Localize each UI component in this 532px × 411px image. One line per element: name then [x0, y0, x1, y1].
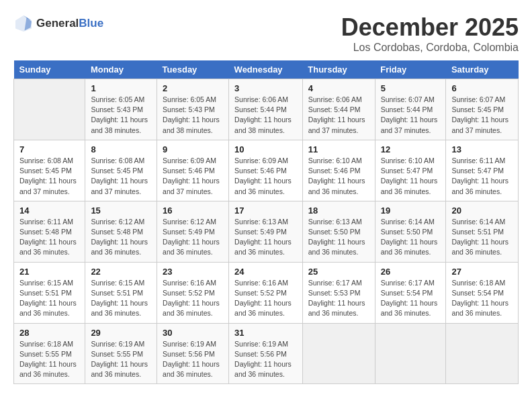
weekday-friday: Friday: [375, 60, 446, 79]
title-section: December 2025 Los Cordobas, Cordoba, Col…: [341, 13, 519, 54]
weekday-monday: Monday: [85, 60, 157, 79]
logo: GeneralBlue: [13, 13, 103, 34]
day-info: Sunrise: 6:12 AMSunset: 5:49 PMDaylight:…: [163, 217, 223, 258]
day-number: 9: [163, 144, 223, 154]
table-row: [446, 323, 519, 384]
day-number: 4: [308, 83, 369, 93]
day-info: Sunrise: 6:17 AMSunset: 5:53 PMDaylight:…: [308, 278, 369, 319]
day-info: Sunrise: 6:16 AMSunset: 5:52 PMDaylight:…: [234, 278, 297, 319]
day-info: Sunrise: 6:08 AMSunset: 5:45 PMDaylight:…: [91, 156, 151, 197]
day-info: Sunrise: 6:07 AMSunset: 5:44 PMDaylight:…: [381, 95, 441, 136]
day-number: 11: [308, 144, 369, 154]
table-row: 4Sunrise: 6:06 AMSunset: 5:44 PMDaylight…: [302, 79, 375, 140]
day-info: Sunrise: 6:09 AMSunset: 5:46 PMDaylight:…: [163, 156, 223, 197]
day-info: Sunrise: 6:14 AMSunset: 5:51 PMDaylight:…: [451, 217, 513, 258]
table-row: 14Sunrise: 6:11 AMSunset: 5:48 PMDayligh…: [14, 201, 85, 262]
table-row: 1Sunrise: 6:05 AMSunset: 5:43 PMDaylight…: [85, 79, 157, 140]
day-info: Sunrise: 6:14 AMSunset: 5:50 PMDaylight:…: [381, 217, 441, 258]
table-row: 7Sunrise: 6:08 AMSunset: 5:45 PMDaylight…: [14, 140, 85, 201]
table-row: 11Sunrise: 6:10 AMSunset: 5:46 PMDayligh…: [302, 140, 375, 201]
table-row: 29Sunrise: 6:19 AMSunset: 5:55 PMDayligh…: [85, 323, 157, 384]
table-row: [375, 323, 446, 384]
table-row: 10Sunrise: 6:09 AMSunset: 5:46 PMDayligh…: [229, 140, 303, 201]
day-info: Sunrise: 6:16 AMSunset: 5:52 PMDaylight:…: [163, 278, 223, 319]
subtitle: Los Cordobas, Cordoba, Colombia: [341, 42, 519, 54]
day-number: 19: [381, 205, 441, 216]
day-number: 17: [234, 205, 297, 216]
table-row: 15Sunrise: 6:12 AMSunset: 5:48 PMDayligh…: [85, 201, 157, 262]
day-info: Sunrise: 6:15 AMSunset: 5:51 PMDaylight:…: [91, 278, 151, 319]
day-info: Sunrise: 6:06 AMSunset: 5:44 PMDaylight:…: [308, 95, 369, 136]
table-row: 20Sunrise: 6:14 AMSunset: 5:51 PMDayligh…: [446, 201, 519, 262]
day-info: Sunrise: 6:07 AMSunset: 5:45 PMDaylight:…: [451, 95, 513, 136]
table-row: 31Sunrise: 6:19 AMSunset: 5:56 PMDayligh…: [229, 323, 303, 384]
table-row: [302, 323, 375, 384]
day-info: Sunrise: 6:17 AMSunset: 5:54 PMDaylight:…: [381, 278, 441, 319]
table-row: 23Sunrise: 6:16 AMSunset: 5:52 PMDayligh…: [157, 262, 229, 323]
table-row: 6Sunrise: 6:07 AMSunset: 5:45 PMDaylight…: [446, 79, 519, 140]
table-row: 21Sunrise: 6:15 AMSunset: 5:51 PMDayligh…: [14, 262, 85, 323]
day-number: 13: [451, 144, 513, 154]
table-row: 12Sunrise: 6:10 AMSunset: 5:47 PMDayligh…: [375, 140, 446, 201]
table-row: 3Sunrise: 6:06 AMSunset: 5:44 PMDaylight…: [229, 79, 303, 140]
day-number: 8: [91, 144, 151, 154]
day-number: 1: [91, 83, 151, 93]
table-row: 16Sunrise: 6:12 AMSunset: 5:49 PMDayligh…: [157, 201, 229, 262]
main-title: December 2025: [341, 13, 519, 42]
table-row: [14, 79, 85, 140]
day-number: 6: [451, 83, 513, 93]
logo-general: General: [36, 17, 79, 30]
table-row: 17Sunrise: 6:13 AMSunset: 5:49 PMDayligh…: [229, 201, 303, 262]
day-info: Sunrise: 6:06 AMSunset: 5:44 PMDaylight:…: [234, 95, 297, 136]
table-row: 26Sunrise: 6:17 AMSunset: 5:54 PMDayligh…: [375, 262, 446, 323]
weekday-tuesday: Tuesday: [157, 60, 229, 79]
day-number: 23: [163, 267, 223, 277]
day-number: 31: [234, 328, 297, 338]
day-info: Sunrise: 6:13 AMSunset: 5:50 PMDaylight:…: [308, 217, 369, 258]
day-number: 16: [163, 205, 223, 216]
day-info: Sunrise: 6:05 AMSunset: 5:43 PMDaylight:…: [163, 95, 223, 136]
table-row: 22Sunrise: 6:15 AMSunset: 5:51 PMDayligh…: [85, 262, 157, 323]
day-info: Sunrise: 6:10 AMSunset: 5:47 PMDaylight:…: [381, 156, 441, 197]
table-row: 13Sunrise: 6:11 AMSunset: 5:47 PMDayligh…: [446, 140, 519, 201]
day-number: 20: [451, 205, 513, 216]
day-number: 15: [91, 205, 151, 216]
day-info: Sunrise: 6:11 AMSunset: 5:48 PMDaylight:…: [19, 217, 79, 258]
day-info: Sunrise: 6:19 AMSunset: 5:56 PMDaylight:…: [234, 339, 297, 380]
day-info: Sunrise: 6:05 AMSunset: 5:43 PMDaylight:…: [91, 95, 151, 136]
table-row: 19Sunrise: 6:14 AMSunset: 5:50 PMDayligh…: [375, 201, 446, 262]
day-number: 28: [19, 328, 79, 338]
day-info: Sunrise: 6:11 AMSunset: 5:47 PMDaylight:…: [451, 156, 513, 197]
weekday-thursday: Thursday: [302, 60, 375, 79]
day-number: 14: [19, 205, 79, 216]
day-info: Sunrise: 6:19 AMSunset: 5:55 PMDaylight:…: [91, 339, 151, 380]
day-number: 22: [91, 267, 151, 277]
day-info: Sunrise: 6:15 AMSunset: 5:51 PMDaylight:…: [19, 278, 79, 319]
weekday-sunday: Sunday: [14, 60, 85, 79]
table-row: 8Sunrise: 6:08 AMSunset: 5:45 PMDaylight…: [85, 140, 157, 201]
day-info: Sunrise: 6:08 AMSunset: 5:45 PMDaylight:…: [19, 156, 79, 197]
day-number: 18: [308, 205, 369, 216]
day-number: 26: [381, 267, 441, 277]
table-row: 27Sunrise: 6:18 AMSunset: 5:54 PMDayligh…: [446, 262, 519, 323]
day-info: Sunrise: 6:19 AMSunset: 5:56 PMDaylight:…: [163, 339, 223, 380]
table-row: 28Sunrise: 6:18 AMSunset: 5:55 PMDayligh…: [14, 323, 85, 384]
day-info: Sunrise: 6:18 AMSunset: 5:54 PMDaylight:…: [451, 278, 513, 319]
table-row: 25Sunrise: 6:17 AMSunset: 5:53 PMDayligh…: [302, 262, 375, 323]
day-number: 30: [163, 328, 223, 338]
day-number: 7: [19, 144, 79, 154]
day-number: 29: [91, 328, 151, 338]
day-number: 27: [451, 267, 513, 277]
table-row: 18Sunrise: 6:13 AMSunset: 5:50 PMDayligh…: [302, 201, 375, 262]
logo-blue: Blue: [79, 17, 103, 30]
day-info: Sunrise: 6:12 AMSunset: 5:48 PMDaylight:…: [91, 217, 151, 258]
day-number: 12: [381, 144, 441, 154]
table-row: 9Sunrise: 6:09 AMSunset: 5:46 PMDaylight…: [157, 140, 229, 201]
day-number: 21: [19, 267, 79, 277]
table-row: 2Sunrise: 6:05 AMSunset: 5:43 PMDaylight…: [157, 79, 229, 140]
logo-icon: [13, 13, 34, 34]
table-row: 24Sunrise: 6:16 AMSunset: 5:52 PMDayligh…: [229, 262, 303, 323]
calendar-table: SundayMondayTuesdayWednesdayThursdayFrid…: [13, 60, 519, 384]
day-info: Sunrise: 6:10 AMSunset: 5:46 PMDaylight:…: [308, 156, 369, 197]
table-row: 5Sunrise: 6:07 AMSunset: 5:44 PMDaylight…: [375, 79, 446, 140]
